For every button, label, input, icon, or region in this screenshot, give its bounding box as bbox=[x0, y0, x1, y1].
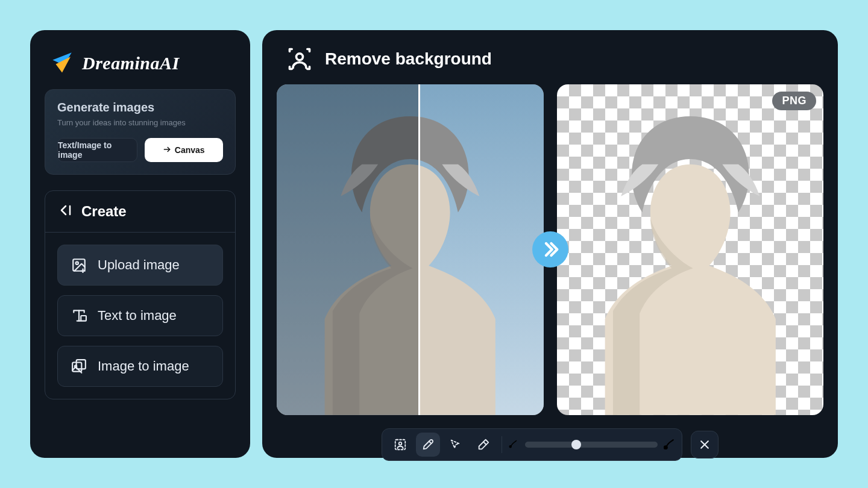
canvas-button[interactable]: Canvas bbox=[145, 138, 224, 162]
svg-point-16 bbox=[399, 442, 402, 445]
svg-rect-10 bbox=[81, 316, 86, 321]
brush-large-icon bbox=[664, 437, 676, 452]
auto-subject-tool[interactable] bbox=[388, 433, 412, 457]
editor-toolbar bbox=[277, 428, 823, 461]
generate-card: Generate images Turn your ideas into stu… bbox=[45, 89, 236, 175]
brand-logo: DreaminaAI bbox=[45, 45, 236, 89]
brand-logo-icon bbox=[49, 49, 75, 77]
create-item-label: Upload image bbox=[98, 257, 180, 273]
text-image-to-image-button[interactable]: Text/Image to image bbox=[57, 138, 137, 162]
sidebar: DreaminaAI Generate images Turn your ide… bbox=[30, 30, 250, 458]
generate-title: Generate images bbox=[57, 101, 223, 114]
portrait-subject-cutout bbox=[557, 84, 824, 415]
generate-subtitle: Turn your ideas into stunning images bbox=[57, 118, 223, 127]
canvas-button-label: Canvas bbox=[175, 145, 205, 155]
toolbar-separator bbox=[502, 436, 502, 453]
png-badge: PNG bbox=[772, 92, 816, 110]
eraser-tool[interactable] bbox=[471, 433, 495, 457]
svg-point-5 bbox=[76, 262, 78, 264]
svg-line-17 bbox=[483, 442, 486, 445]
brush-small-icon bbox=[508, 438, 519, 451]
brush-size-slider[interactable] bbox=[508, 437, 676, 452]
svg-point-19 bbox=[664, 446, 667, 449]
create-item-label: Text to image bbox=[98, 308, 177, 324]
main-title: Remove background bbox=[325, 49, 492, 69]
remove-background-icon bbox=[286, 46, 313, 72]
slider-knob[interactable] bbox=[571, 440, 581, 449]
create-item-upload-image[interactable]: Upload image bbox=[57, 245, 223, 286]
create-item-label: Image to image bbox=[98, 358, 189, 374]
arrow-transform-icon bbox=[532, 231, 568, 267]
svg-point-14 bbox=[297, 54, 303, 60]
slider-track[interactable] bbox=[525, 442, 658, 448]
create-header[interactable]: Create bbox=[45, 191, 235, 233]
create-header-label: Create bbox=[81, 203, 127, 220]
svg-point-18 bbox=[509, 445, 511, 447]
back-icon bbox=[58, 203, 73, 220]
close-button[interactable] bbox=[691, 431, 719, 458]
before-dim-overlay bbox=[277, 84, 418, 415]
toolbar-group bbox=[382, 428, 682, 461]
image-to-image-icon bbox=[71, 358, 87, 374]
lasso-tool[interactable] bbox=[444, 433, 468, 457]
create-list: Upload image Text to image Image to imag… bbox=[45, 233, 235, 399]
brush-tool[interactable] bbox=[416, 433, 440, 457]
brand-name: DreaminaAI bbox=[82, 53, 180, 74]
create-card: Create Upload image Text to image Image … bbox=[45, 190, 236, 399]
comparison-split-handle[interactable] bbox=[418, 84, 420, 415]
preview-before[interactable] bbox=[277, 84, 544, 415]
create-item-text-to-image[interactable]: Text to image bbox=[57, 295, 223, 336]
preview-after[interactable]: PNG bbox=[557, 84, 824, 415]
main-header: Remove background bbox=[277, 45, 823, 84]
upload-image-icon bbox=[71, 257, 87, 273]
arrow-right-icon bbox=[163, 145, 171, 155]
preview-row: PNG bbox=[277, 84, 823, 415]
text-to-image-icon bbox=[71, 308, 87, 324]
main-panel: Remove background PNG bbox=[262, 30, 838, 458]
create-item-image-to-image[interactable]: Image to image bbox=[57, 346, 223, 387]
